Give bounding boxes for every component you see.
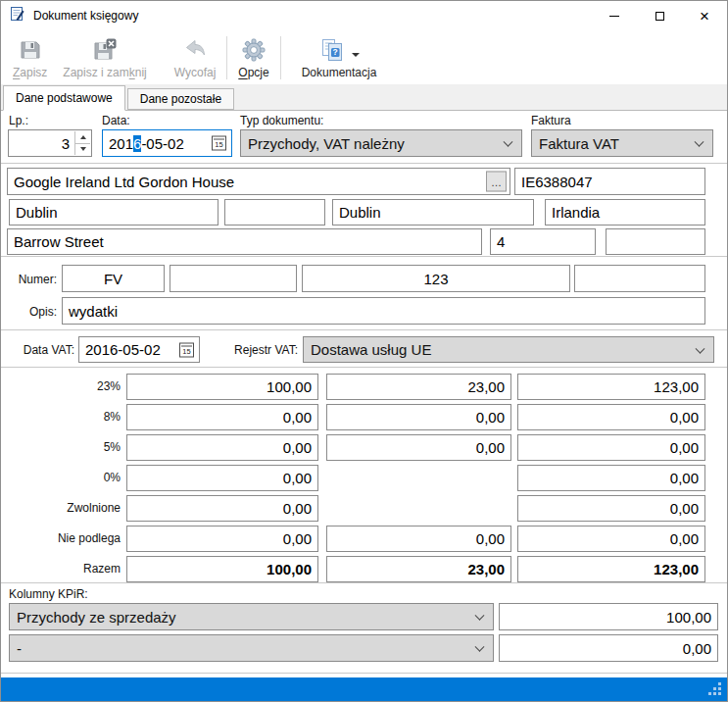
lp-spinner <box>74 131 90 155</box>
vat-tax-field[interactable]: 23,00 <box>326 374 511 400</box>
tabstrip: Dane podstawowe Dane pozostałe <box>1 84 727 111</box>
kpir-column-dropdown[interactable]: Przychody ze sprzedaży <box>9 603 494 630</box>
save-and-close-button: Zapisz i zamknij <box>55 31 154 84</box>
chevron-down-icon <box>475 611 485 621</box>
chevron-down-icon <box>504 137 513 147</box>
spinner-up-button[interactable] <box>75 131 90 143</box>
number-prefix-field[interactable]: FV <box>62 265 165 292</box>
vat-tax-field[interactable]: 0,00 <box>326 434 511 461</box>
vat-total-label: Razem <box>1 556 121 582</box>
lp-field[interactable]: 3 <box>8 129 92 157</box>
maximize-button[interactable] <box>637 1 682 30</box>
floppy-disk-close-icon <box>92 37 118 63</box>
number-value-field[interactable]: 123 <box>302 265 570 292</box>
vat-net-field[interactable]: 0,00 <box>126 404 318 430</box>
date-label: Data: <box>102 114 130 127</box>
number-mid-field[interactable] <box>170 265 297 292</box>
documentation-label: Dokumentacja <box>302 66 377 79</box>
close-button[interactable]: × <box>682 1 727 30</box>
down-arrow-icon <box>80 147 86 151</box>
statusbar <box>1 677 727 701</box>
doc-type-label: Typ dokumentu: <box>240 114 323 127</box>
vat-tax-field[interactable]: 0,00 <box>326 526 511 552</box>
undo-label: Wycofaj <box>174 66 217 79</box>
vat-gross-field[interactable]: 0,00 <box>517 526 705 552</box>
contractor-country-field[interactable]: Irlandia <box>545 199 705 226</box>
calendar-icon[interactable]: 15 <box>212 136 226 151</box>
tab-page: Lp.: Data: Typ dokumentu: Faktura 3 2016… <box>1 111 727 677</box>
calendar-icon[interactable]: 15 <box>179 342 194 357</box>
close-icon: × <box>700 8 709 25</box>
resize-grip[interactable] <box>708 682 711 685</box>
vat-gross-field[interactable]: 0,00 <box>517 404 705 430</box>
contractor-name-field[interactable]: Google Ireland Ltd Gordon House … <box>7 168 510 195</box>
vat-total-gross-field: 123,00 <box>517 556 705 582</box>
options-label: Opcje <box>238 66 268 79</box>
kpir-amount-field[interactable]: 100,00 <box>499 603 718 630</box>
invoice-type-dropdown[interactable]: Faktura VAT <box>531 129 713 157</box>
contractor-building-field[interactable]: 4 <box>490 228 596 255</box>
contractor-section: Google Ireland Ltd Gordon House … IE6388… <box>1 164 727 257</box>
description-label: Opis: <box>1 305 57 319</box>
date-field[interactable]: 2016-05-02 15 <box>102 129 232 157</box>
kpir-section: Kolumny KPiR: Przychody ze sprzedaży 100… <box>1 583 727 674</box>
vat-register-dropdown[interactable]: Dostawa usług UE <box>303 336 714 363</box>
contractor-vat-id-field[interactable]: IE6388047 <box>514 168 705 195</box>
vat-net-field[interactable]: 0,00 <box>126 526 318 552</box>
vat-rate-label: Zwolnione <box>1 495 121 522</box>
contractor-city2-field[interactable]: Dublin <box>332 199 534 226</box>
vat-rate-label: 8% <box>1 404 121 430</box>
contractor-lookup-button[interactable]: … <box>486 172 507 192</box>
documentation-button[interactable]: ? Dokumentacja <box>294 31 385 84</box>
chevron-down-icon <box>475 642 485 652</box>
vat-gross-field[interactable]: 0,00 <box>517 434 705 461</box>
document-window: Dokument księgowy × Zapisz <box>0 0 728 702</box>
options-button[interactable]: Opcje <box>230 31 276 84</box>
tab-dane-pozostale[interactable]: Dane pozostałe <box>127 88 234 110</box>
tab-dane-podstawowe[interactable]: Dane podstawowe <box>3 85 125 111</box>
description-field[interactable]: wydatki <box>62 297 705 325</box>
contractor-street-field[interactable]: Barrow Street <box>7 228 482 255</box>
kpir-column-dropdown[interactable]: - <box>9 634 494 662</box>
chevron-down-icon <box>695 137 704 147</box>
number-label: Numer: <box>1 273 57 286</box>
vat-date-label: Data VAT: <box>1 343 74 357</box>
doc-type-dropdown[interactable]: Przychody, VAT należny <box>240 129 522 157</box>
gear-icon <box>241 37 267 63</box>
contractor-apartment-field[interactable] <box>606 228 705 255</box>
vat-table-section: 23% 100,00 23,00 123,00 8% 0,00 0,00 0,0… <box>1 368 727 583</box>
documentation-help-icon: ? <box>319 37 345 63</box>
vat-date-field[interactable]: 2016-05-02 15 <box>78 336 200 363</box>
floppy-disk-icon <box>18 37 43 63</box>
toolbar: Zapisz Zapisz i zamknij Wyc <box>1 30 727 84</box>
kpir-label: Kolumny KPiR: <box>9 587 88 601</box>
dropdown-arrow-icon[interactable] <box>352 53 360 57</box>
vat-net-field[interactable]: 0,00 <box>126 495 318 522</box>
minimize-button[interactable] <box>592 1 637 30</box>
vat-net-field[interactable]: 100,00 <box>126 374 318 400</box>
vat-rate-label: 23% <box>1 374 121 400</box>
vat-register-label: Rejestr VAT: <box>202 343 298 357</box>
vat-gross-field[interactable]: 123,00 <box>517 374 705 400</box>
kpir-amount-field[interactable]: 0,00 <box>499 634 718 662</box>
vat-header-section: Data VAT: 2016-05-02 15 Rejestr VAT: Dos… <box>1 330 727 368</box>
vat-gross-field[interactable]: 0,00 <box>517 465 705 491</box>
vat-net-field[interactable]: 0,00 <box>126 465 318 491</box>
maximize-icon <box>655 12 664 21</box>
app-icon <box>10 6 25 25</box>
lp-label: Lp.: <box>9 114 28 127</box>
spinner-down-button[interactable] <box>75 143 90 156</box>
contractor-postal-field[interactable] <box>224 199 325 226</box>
vat-net-field[interactable]: 0,00 <box>126 434 318 461</box>
contractor-city-field[interactable]: Dublin <box>9 199 218 226</box>
vat-gross-field[interactable]: 0,00 <box>517 495 705 522</box>
text-selection: 6 <box>133 135 141 152</box>
window-title: Dokument księgowy <box>33 9 138 23</box>
vat-total-net-field: 100,00 <box>126 556 318 582</box>
header-section: Lp.: Data: Typ dokumentu: Faktura 3 2016… <box>1 111 727 164</box>
save-label: Zapisz <box>13 66 47 79</box>
number-suffix-field[interactable] <box>574 265 705 292</box>
vat-tax-field[interactable]: 0,00 <box>326 404 511 430</box>
vat-rate-label: 0% <box>1 465 121 491</box>
minimize-icon <box>609 16 619 17</box>
